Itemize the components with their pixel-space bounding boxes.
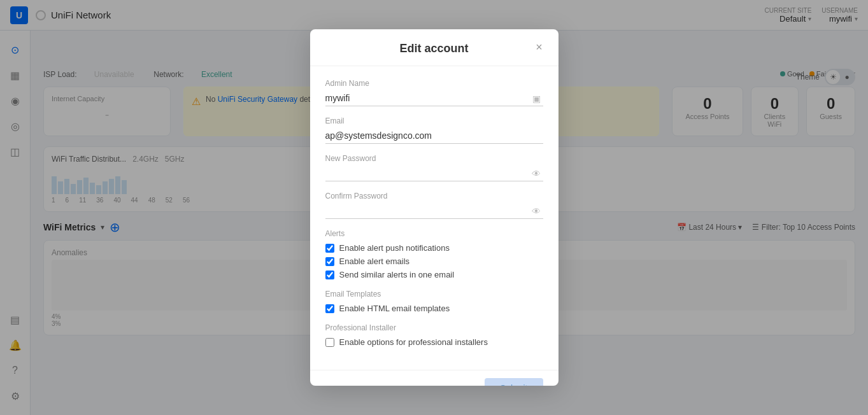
confirm-password-eye-icon[interactable]: 👁	[532, 206, 541, 216]
professional-installer-section: Professional Installer Enable options fo…	[325, 323, 543, 347]
professional-installer-label: Professional Installer	[325, 323, 543, 332]
professional-installers-label: Enable options for professional installe…	[339, 337, 488, 347]
push-notifications-checkbox[interactable]	[325, 244, 334, 253]
alerts-checkboxes: Enable alert push notifications Enable a…	[325, 243, 543, 279]
modal-header: Edit account ×	[310, 29, 559, 66]
submit-button[interactable]: Submit	[485, 378, 543, 386]
email-label: Email	[325, 116, 543, 125]
admin-name-group: Admin Name ▣	[325, 79, 543, 106]
admin-name-input-wrapper: ▣	[325, 90, 543, 106]
modal-footer: Submit	[310, 370, 559, 386]
new-password-label: New Password	[325, 154, 543, 163]
email-templates-label: Email Templates	[325, 290, 543, 299]
admin-name-input[interactable]	[325, 90, 543, 106]
email-input-wrapper	[325, 128, 543, 144]
alert-emails-label: Enable alert emails	[339, 257, 410, 266]
new-password-eye-icon[interactable]: 👁	[532, 169, 541, 179]
edit-account-modal: Edit account × Admin Name ▣ Email New Pa…	[310, 29, 559, 386]
push-notifications-label: Enable alert push notifications	[339, 243, 450, 253]
alert-emails-item[interactable]: Enable alert emails	[325, 257, 543, 266]
admin-name-icon: ▣	[532, 94, 541, 104]
admin-name-label: Admin Name	[325, 79, 543, 88]
alert-emails-checkbox[interactable]	[325, 257, 334, 266]
email-input[interactable]	[325, 128, 543, 144]
alerts-section: Alerts Enable alert push notifications E…	[325, 229, 543, 279]
push-notifications-item[interactable]: Enable alert push notifications	[325, 243, 543, 253]
new-password-input-wrapper: 👁	[325, 165, 543, 181]
confirm-password-group: Confirm Password 👁	[325, 192, 543, 219]
html-templates-label: Enable HTML email templates	[339, 304, 450, 313]
similar-alerts-item[interactable]: Send similar alerts in one email	[325, 270, 543, 279]
email-group: Email	[325, 116, 543, 144]
similar-alerts-checkbox[interactable]	[325, 271, 334, 279]
new-password-group: New Password 👁	[325, 154, 543, 181]
email-templates-checkboxes: Enable HTML email templates	[325, 304, 543, 313]
confirm-password-input-wrapper: 👁	[325, 203, 543, 219]
confirm-password-label: Confirm Password	[325, 192, 543, 200]
confirm-password-input[interactable]	[325, 203, 543, 219]
professional-installers-item[interactable]: Enable options for professional installe…	[325, 337, 543, 347]
professional-installer-checkboxes: Enable options for professional installe…	[325, 337, 543, 347]
professional-installers-checkbox[interactable]	[325, 338, 334, 347]
similar-alerts-label: Send similar alerts in one email	[339, 270, 455, 279]
new-password-input[interactable]	[325, 165, 543, 181]
modal-body: Admin Name ▣ Email New Password 👁 Confir…	[310, 66, 559, 370]
html-templates-item[interactable]: Enable HTML email templates	[325, 304, 543, 313]
modal-close-button[interactable]: ×	[530, 39, 548, 57]
alerts-label: Alerts	[325, 229, 543, 238]
email-templates-section: Email Templates Enable HTML email templa…	[325, 290, 543, 313]
modal-title: Edit account	[399, 42, 468, 55]
html-templates-checkbox[interactable]	[325, 304, 334, 313]
